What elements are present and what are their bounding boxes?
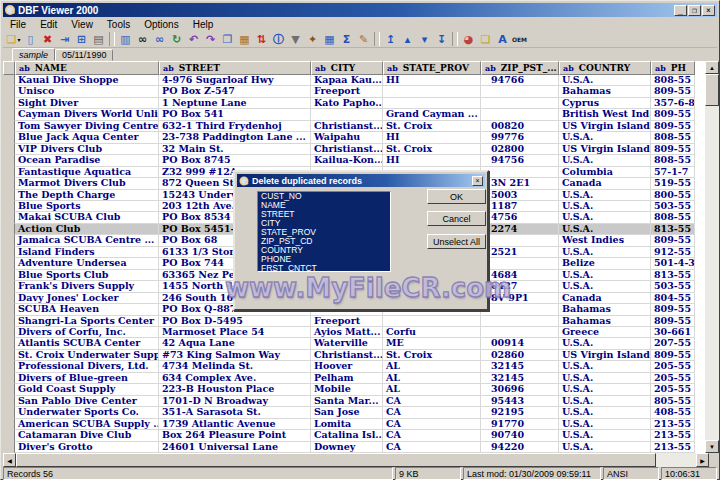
sort-icon[interactable]: ⇅	[253, 31, 270, 47]
table-row[interactable]: Underwater Sports Co.351-A Sarasota St.S…	[3, 407, 709, 418]
cell[interactable]	[383, 316, 481, 327]
print-icon[interactable]: ▤	[90, 31, 107, 47]
cell[interactable]: 632-1 Third Frydenhoj	[159, 121, 311, 132]
cell[interactable]: 1739 Atlantic Avenue	[159, 419, 311, 430]
cell[interactable]: 813-55	[651, 224, 695, 235]
cell[interactable]: US Virgin Island...	[559, 144, 651, 155]
cell[interactable]: 808-55	[651, 212, 695, 223]
cell[interactable]: 4756	[481, 212, 559, 223]
cell[interactable]: Island Finders	[15, 247, 159, 258]
cell[interactable]	[481, 304, 559, 315]
cell[interactable]: AL	[383, 361, 481, 372]
cell[interactable]: 805-55	[651, 396, 695, 407]
table-icon[interactable]: ▦	[321, 31, 338, 47]
column-header-street[interactable]: abSTREET	[159, 61, 311, 75]
cell[interactable]: 809-55	[651, 144, 695, 155]
cell[interactable]: The Depth Charge	[15, 190, 159, 201]
column-header-city[interactable]: abCITY	[311, 61, 383, 75]
cell[interactable]: San Jose	[311, 407, 383, 418]
find-icon[interactable]: ∞	[134, 31, 151, 47]
font-icon[interactable]: A	[494, 31, 511, 47]
cell[interactable]: U.S.A.	[559, 396, 651, 407]
cell[interactable]: 809-55	[651, 235, 695, 246]
cell[interactable]: Marmoset Place 54	[159, 327, 311, 338]
cell[interactable]: Christianst...	[311, 144, 383, 155]
cell[interactable]: AL	[383, 373, 481, 384]
cell[interactable]: U.S.A.	[559, 384, 651, 395]
oem-icon[interactable]: OEM	[511, 31, 528, 47]
layers-icon[interactable]: ❏	[477, 31, 494, 47]
cell[interactable]: Kauai Dive Shoppe	[15, 75, 159, 86]
scroll-left-icon[interactable]: ◀	[3, 453, 16, 467]
cell[interactable]: Tom Sawyer Diving Centre...	[15, 121, 159, 132]
column-header-country[interactable]: abCOUNTRY	[559, 61, 651, 75]
cell[interactable]: Greece	[559, 327, 651, 338]
filter-icon[interactable]: ▼	[287, 31, 304, 47]
open-dropdown-icon[interactable]: ▾	[17, 36, 20, 43]
column-header-name[interactable]: abNAME	[15, 61, 159, 75]
cell[interactable]: 4734 Melinda St.	[159, 361, 311, 372]
field-listbox[interactable]: CUST_NONAMESTREETCITYSTATE_PROVZIP_PST_C…	[257, 191, 391, 272]
cell[interactable]: 32 Main St.	[159, 144, 311, 155]
next-record-icon[interactable]: ▾	[416, 31, 433, 47]
cell[interactable]: Lomita	[311, 419, 383, 430]
tab-05-11-1990[interactable]: 05/11/1990	[55, 49, 113, 61]
cell[interactable]: 24601 Universal Lane	[159, 442, 311, 453]
cell[interactable]: Freeport	[311, 86, 383, 97]
vscroll-thumb[interactable]	[705, 74, 719, 106]
cell[interactable]: 205-55	[651, 384, 695, 395]
cell[interactable]: Kato Papho...	[311, 98, 383, 109]
cell[interactable]: Waterville	[311, 338, 383, 349]
cell[interactable]: Sight Diver	[15, 98, 159, 109]
cell[interactable]: U.S.A.	[559, 407, 651, 418]
cell[interactable]: CA	[383, 442, 481, 453]
cell[interactable]: Corfu	[383, 327, 481, 338]
cell[interactable]: U.S.A.	[559, 132, 651, 143]
new-icon[interactable]: ▯	[22, 31, 39, 47]
cell[interactable]: 503-55	[651, 201, 695, 212]
table-row[interactable]: American SCUBA Supply ...1739 Atlantic A…	[3, 419, 709, 430]
cell[interactable]	[481, 316, 559, 327]
cell[interactable]: St. Croix Underwater Suppl...	[15, 350, 159, 361]
cell[interactable]: U.S.A.	[559, 373, 651, 384]
first-record-icon[interactable]: ↥	[382, 31, 399, 47]
menu-item-file[interactable]: File	[3, 18, 33, 31]
cell[interactable]: Frank's Divers Supply	[15, 281, 159, 292]
cell[interactable]: 809-55	[651, 304, 695, 315]
table-row[interactable]: Diver's Grotto24601 Universal LaneDowney…	[3, 442, 709, 453]
maximize-button[interactable]: ❐	[688, 5, 701, 16]
cell[interactable]: CA	[383, 396, 481, 407]
cell[interactable]	[481, 258, 559, 269]
cell[interactable]: Divers of Blue-green	[15, 373, 159, 384]
table-row[interactable]: Blue Jack Aqua Center23-738 Paddington L…	[3, 132, 709, 143]
cell[interactable]: U.S.A.	[559, 190, 651, 201]
cell[interactable]: 00820	[481, 121, 559, 132]
cell[interactable]	[383, 98, 481, 109]
field-list-item[interactable]: FRST_CNTCT	[258, 264, 390, 272]
cell[interactable]: 357-6-8	[651, 98, 695, 109]
table-row[interactable]: Atlantis SCUBA Center42 Aqua LaneWatervi…	[3, 338, 709, 349]
append-record-icon[interactable]: ⇥	[56, 31, 73, 47]
cell[interactable]: Underwater Sports Co.	[15, 407, 159, 418]
cell[interactable]: 90740	[481, 430, 559, 441]
menu-item-edit[interactable]: Edit	[33, 18, 64, 31]
cell[interactable]: Adventure Undersea	[15, 258, 159, 269]
column-header-ph[interactable]: abPH	[651, 61, 695, 75]
cell[interactable]: U.S.A.	[559, 442, 651, 453]
cell[interactable]: Cyprus	[559, 98, 651, 109]
menu-item-options[interactable]: Options	[137, 18, 185, 31]
column-header-stateprov[interactable]: abSTATE_PROV	[383, 61, 481, 75]
table-row[interactable]: UniscoPO Box Z-547FreeportBahamas809-55	[3, 86, 709, 97]
cell[interactable]: HI	[383, 155, 481, 166]
cell[interactable]: British West Ind...	[559, 109, 651, 120]
cell[interactable]: 0427	[481, 281, 559, 292]
cell[interactable]: Columbia	[559, 167, 651, 178]
scroll-up-icon[interactable]: ▲	[705, 61, 719, 74]
cell[interactable]: Jamaica SCUBA Centre ...	[15, 235, 159, 246]
last-record-icon[interactable]: ↧	[433, 31, 450, 47]
cell[interactable]: Professional Divers, Ltd.	[15, 361, 159, 372]
paste-icon[interactable]: ▦	[236, 31, 253, 47]
cell[interactable]: 634 Complex Ave.	[159, 373, 311, 384]
cell[interactable]: 95443	[481, 396, 559, 407]
hscroll-thumb[interactable]	[16, 453, 656, 467]
